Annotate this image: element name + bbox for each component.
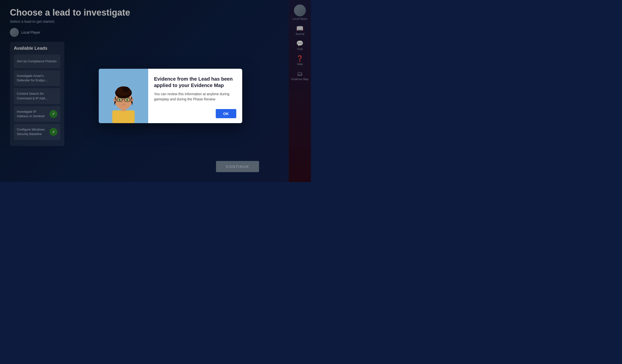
- character-illustration: [99, 69, 148, 123]
- svg-point-7: [122, 87, 129, 92]
- modal-body: You can review this information at anyti…: [154, 91, 236, 102]
- modal-character-panel: [99, 69, 148, 123]
- modal-title: Evidence from the Lead has been applied …: [154, 76, 236, 89]
- evidence-modal: Evidence from the Lead has been applied …: [99, 69, 242, 123]
- svg-rect-2: [112, 110, 135, 123]
- svg-point-8: [113, 98, 116, 102]
- modal-ok-button[interactable]: OK: [216, 109, 236, 118]
- svg-point-21: [120, 99, 120, 100]
- modal-overlay: Evidence from the Lead has been applied …: [0, 0, 311, 182]
- svg-point-22: [127, 99, 128, 100]
- svg-point-9: [131, 98, 133, 102]
- modal-content: Evidence from the Lead has been applied …: [148, 69, 242, 123]
